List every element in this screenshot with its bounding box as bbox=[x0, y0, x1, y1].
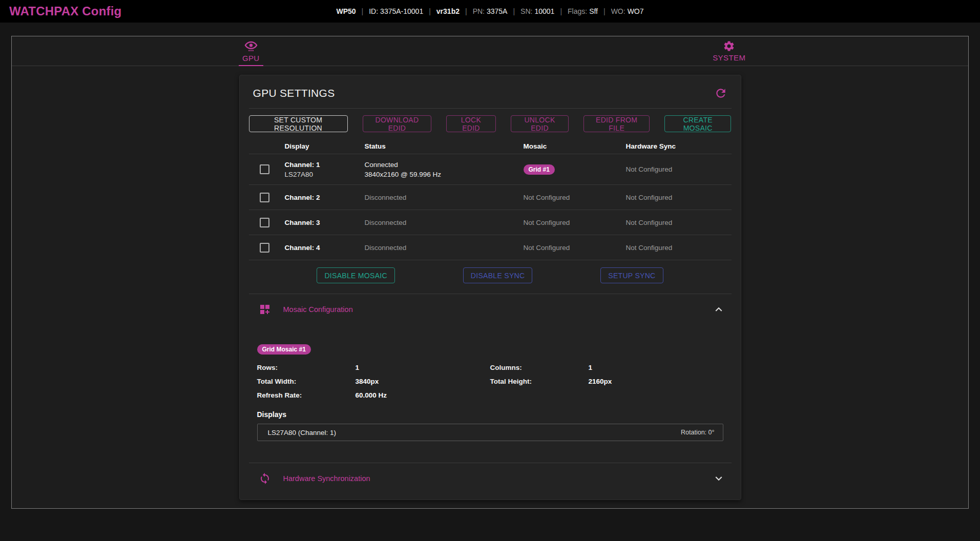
hardware-sync-value: Not Configured bbox=[622, 244, 732, 252]
display-table-card: SET CUSTOM RESOLUTION DOWNLOAD EDID LOCK… bbox=[249, 108, 732, 294]
field-total-height: Total Height: 2160px bbox=[490, 378, 723, 385]
field-rows: Rows: 1 bbox=[257, 364, 490, 371]
edid-from-file-button[interactable]: EDID FROM FILE bbox=[583, 115, 649, 132]
column-mosaic: Mosaic bbox=[519, 142, 622, 150]
download-edid-button[interactable]: DOWNLOAD EDID bbox=[363, 115, 432, 132]
chevron-up-icon[interactable] bbox=[712, 303, 725, 316]
table-header-row: Display Status Mosaic Hardware Sync bbox=[249, 138, 732, 154]
display-model: LS27A80 bbox=[285, 171, 361, 178]
mosaic-configuration-title: Mosaic Configuration bbox=[283, 305, 353, 314]
mosaic-fields: Rows: 1 Columns: 1 Total Width: 3840px T… bbox=[257, 364, 723, 399]
separator: | bbox=[603, 7, 606, 15]
separator: | bbox=[513, 7, 515, 15]
device-model: WP50 bbox=[336, 7, 356, 15]
channel-label: Channel: 1 bbox=[285, 161, 361, 169]
mosaic-value: Not Configured bbox=[519, 244, 622, 252]
channel-1-checkbox[interactable] bbox=[260, 164, 269, 174]
mosaic-configuration-body: Grid Mosaic #1 Rows: 1 Columns: 1 Total … bbox=[240, 325, 741, 441]
hardware-sync-value: Not Configured bbox=[622, 219, 732, 226]
table-row-channel-3: Channel: 3 Disconnected Not Configured N… bbox=[249, 210, 732, 235]
status-resolution: 3840x2160 @ 59.996 Hz bbox=[365, 171, 519, 178]
status-value: Disconnected bbox=[361, 244, 519, 252]
separator: | bbox=[362, 7, 364, 15]
separator: | bbox=[429, 7, 431, 15]
field-refresh-rate: Refresh Rate: 60.000 Hz bbox=[257, 391, 490, 399]
display-list-item[interactable]: LS27A80 (Channel: 1) Rotation: 0° bbox=[257, 424, 723, 441]
main-container: GPU SYSTEM GPU SETTINGS SET CUSTOM RESOL… bbox=[11, 36, 969, 509]
field-total-width: Total Width: 3840px bbox=[257, 378, 490, 385]
create-mosaic-button[interactable]: CREATE MOSAIC bbox=[664, 115, 732, 132]
gpu-settings-panel: GPU SETTINGS SET CUSTOM RESOLUTION DOWNL… bbox=[239, 75, 741, 500]
app-bar: WATCHPAX Config WP50 | ID:3375A-10001 | … bbox=[0, 0, 980, 23]
displays-heading: Displays bbox=[257, 410, 723, 419]
device-pn: PN:3375A bbox=[473, 7, 508, 15]
channel-label: Channel: 4 bbox=[285, 244, 320, 252]
table-row-channel-4: Channel: 4 Disconnected Not Configured N… bbox=[249, 235, 732, 260]
gpu-eye-icon bbox=[244, 39, 258, 53]
separator: | bbox=[560, 7, 562, 15]
display-item-rotation: Rotation: 0° bbox=[681, 429, 714, 436]
field-columns: Columns: 1 bbox=[490, 364, 723, 371]
channel-2-checkbox[interactable] bbox=[260, 193, 269, 202]
setup-sync-button[interactable]: SETUP SYNC bbox=[600, 267, 663, 283]
disable-mosaic-button[interactable]: DISABLE MOSAIC bbox=[317, 267, 394, 283]
unlock-edid-button[interactable]: UNLOCK EDID bbox=[511, 115, 569, 132]
tab-gpu[interactable]: GPU bbox=[12, 36, 490, 66]
device-sn: SN:10001 bbox=[520, 7, 554, 15]
mosaic-value: Not Configured bbox=[519, 219, 622, 226]
device-wo: WO:WO7 bbox=[611, 7, 644, 15]
tab-system[interactable]: SYSTEM bbox=[490, 36, 969, 66]
hardware-synchronization-title: Hardware Synchronization bbox=[283, 474, 370, 483]
mosaic-grid-plus-icon bbox=[259, 303, 271, 316]
device-id: ID:3375A-10001 bbox=[369, 7, 423, 15]
mosaic-configuration-header[interactable]: Mosaic Configuration bbox=[240, 294, 741, 325]
table-actions: DISABLE MOSAIC DISABLE SYNC SETUP SYNC bbox=[249, 260, 732, 294]
mosaic-value: Not Configured bbox=[519, 194, 622, 201]
chevron-down-icon[interactable] bbox=[712, 472, 725, 485]
panel-title: GPU SETTINGS bbox=[253, 87, 335, 99]
sync-arrows-icon bbox=[259, 472, 271, 485]
tab-gpu-label: GPU bbox=[242, 54, 260, 63]
channel-4-checkbox[interactable] bbox=[260, 243, 269, 253]
table-row-channel-1: Channel: 1 LS27A80 Connected 3840x2160 @… bbox=[249, 154, 732, 184]
refresh-icon[interactable] bbox=[714, 87, 727, 100]
column-display: Display bbox=[281, 142, 361, 150]
gear-icon bbox=[723, 40, 735, 52]
hardware-synchronization-header[interactable]: Hardware Synchronization bbox=[240, 463, 741, 494]
hardware-sync-value: Not Configured bbox=[622, 165, 732, 173]
column-hardware-sync: Hardware Sync bbox=[622, 142, 732, 150]
hardware-sync-value: Not Configured bbox=[622, 194, 732, 201]
status-value: Disconnected bbox=[361, 219, 519, 226]
lock-edid-button[interactable]: LOCK EDID bbox=[446, 115, 495, 132]
set-custom-resolution-button[interactable]: SET CUSTOM RESOLUTION bbox=[249, 115, 348, 132]
separator: | bbox=[465, 7, 467, 15]
disable-sync-button[interactable]: DISABLE SYNC bbox=[463, 267, 533, 283]
status-value: Connected bbox=[365, 161, 519, 169]
panel-header: GPU SETTINGS bbox=[240, 75, 741, 108]
grid-mosaic-badge: Grid Mosaic #1 bbox=[257, 344, 311, 355]
channel-label: Channel: 2 bbox=[285, 194, 320, 201]
device-flags: Flags:Sff bbox=[568, 7, 598, 15]
status-value: Disconnected bbox=[361, 194, 519, 201]
mosaic-badge: Grid #1 bbox=[524, 164, 555, 175]
column-status: Status bbox=[361, 142, 519, 150]
tab-system-label: SYSTEM bbox=[713, 53, 745, 62]
device-version: vr31b2 bbox=[436, 7, 460, 15]
app-title: WATCHPAX Config bbox=[9, 4, 121, 18]
channel-3-checkbox[interactable] bbox=[260, 218, 269, 227]
table-row-channel-2: Channel: 2 Disconnected Not Configured N… bbox=[249, 184, 732, 210]
edid-toolbar: SET CUSTOM RESOLUTION DOWNLOAD EDID LOCK… bbox=[249, 109, 732, 138]
channel-label: Channel: 3 bbox=[285, 219, 320, 226]
device-info-bar: WP50 | ID:3375A-10001 | vr31b2 | PN:3375… bbox=[336, 7, 643, 15]
tab-bar: GPU SYSTEM bbox=[12, 36, 968, 66]
display-item-name: LS27A80 (Channel: 1) bbox=[268, 429, 337, 436]
